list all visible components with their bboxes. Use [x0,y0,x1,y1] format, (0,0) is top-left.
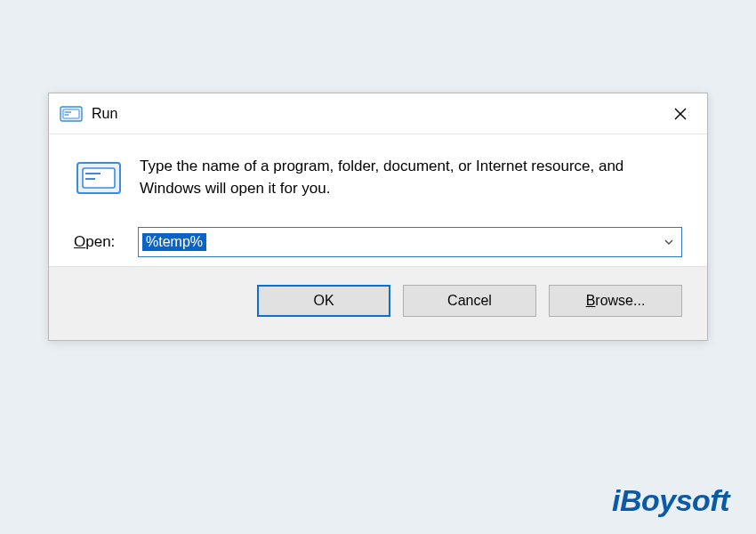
open-combobox[interactable]: %temp% [138,227,682,257]
ok-button[interactable]: OK [257,285,390,317]
close-icon [674,108,687,120]
dialog-body: Type the name of a program, folder, docu… [49,134,707,266]
dialog-description: Type the name of a program, folder, docu… [140,156,682,199]
watermark-logo: iBoysoft [612,483,729,518]
titlebar: Run [49,93,707,134]
chevron-down-icon [664,237,674,247]
browse-button[interactable]: Browse... [549,285,682,317]
open-label: Open: [74,233,138,251]
button-bar: OK Cancel Browse... [49,266,707,340]
open-row: Open: %temp% [74,227,682,257]
dialog-title: Run [92,106,117,122]
close-button[interactable] [661,101,700,127]
cancel-button[interactable]: Cancel [403,285,536,317]
run-dialog: Run Type the name of a program, folder, … [48,93,708,341]
run-large-icon [74,158,124,200]
run-icon [60,105,83,123]
svg-rect-1 [63,109,79,118]
open-input[interactable] [139,228,656,256]
combobox-dropdown-button[interactable] [656,228,681,256]
